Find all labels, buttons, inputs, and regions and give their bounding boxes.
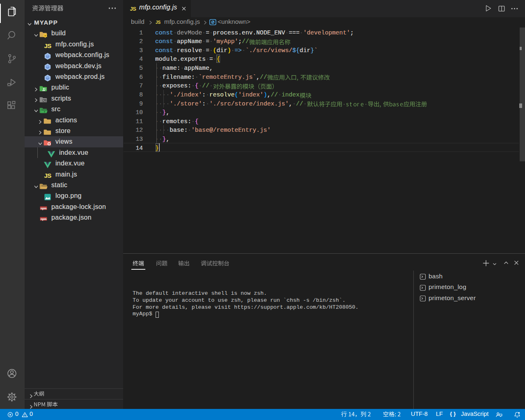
svg-text:JS: JS: [156, 20, 161, 25]
svg-text:JS: JS: [44, 42, 51, 49]
svg-text:JS: JS: [44, 172, 51, 179]
svg-text:npm: npm: [41, 217, 47, 220]
svg-text:npm: npm: [41, 207, 47, 210]
